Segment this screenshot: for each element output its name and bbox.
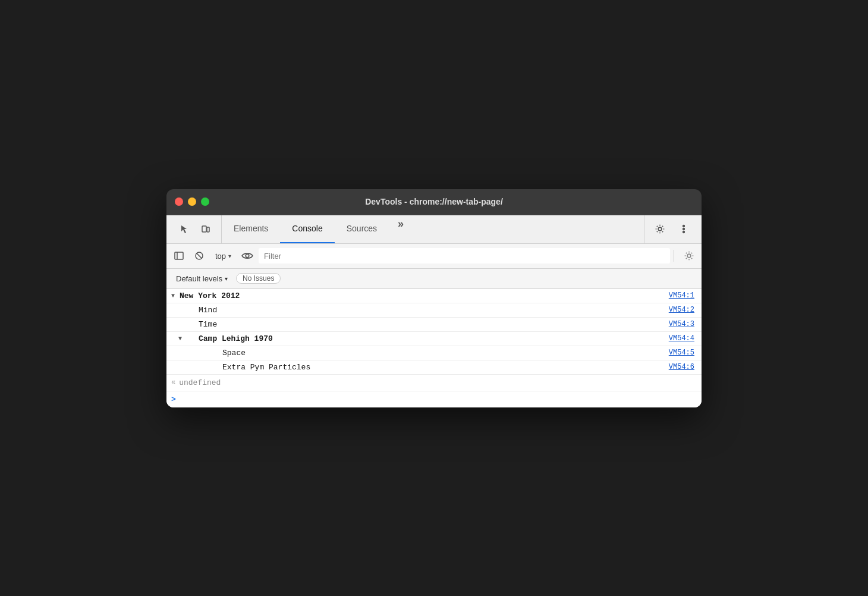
tab-bar-icons xyxy=(169,215,222,243)
tab-bar: Elements Console Sources » xyxy=(166,215,702,244)
console-settings-icon[interactable] xyxy=(680,247,698,264)
gear-small-svg xyxy=(684,250,694,261)
console-toolbar: top ▾ xyxy=(166,244,702,269)
source-link[interactable]: VM54:2 xyxy=(669,306,702,314)
block-icon xyxy=(194,251,204,261)
sidebar-icon xyxy=(174,251,184,261)
table-row: ▶ Mind VM54:2 xyxy=(166,303,702,318)
entry-text: Camp Lehigh 1970 xyxy=(187,334,664,343)
svg-line-9 xyxy=(197,253,202,259)
entry-text: Extra Pym Particles xyxy=(199,363,664,372)
gear-svg xyxy=(655,224,665,234)
svg-point-10 xyxy=(246,254,249,258)
table-row: ▶ Space VM54:5 xyxy=(166,346,702,360)
source-link[interactable]: VM54:4 xyxy=(669,334,702,343)
table-row: ▶ Extra Pym Particles VM54:6 xyxy=(166,360,702,375)
settings-icon[interactable] xyxy=(649,218,671,240)
tab-console[interactable]: Console xyxy=(280,215,334,243)
source-link[interactable]: VM54:6 xyxy=(669,363,702,371)
svg-rect-6 xyxy=(175,252,183,259)
undefined-value: undefined xyxy=(179,378,221,387)
live-expression-button[interactable] xyxy=(238,247,256,264)
entry-text: Mind xyxy=(187,306,664,315)
svg-point-3 xyxy=(683,225,685,227)
svg-point-4 xyxy=(683,228,685,230)
expand-icon[interactable]: ▼ xyxy=(178,335,187,342)
title-bar: DevTools - chrome://new-tab-page/ xyxy=(166,189,702,215)
device-toolbar-icon[interactable] xyxy=(195,218,216,240)
table-row: ▼ New York 2012 VM54:1 xyxy=(166,289,702,303)
traffic-lights xyxy=(175,197,209,206)
more-tabs-button[interactable]: » xyxy=(389,215,413,234)
inspect-icon[interactable] xyxy=(174,218,195,240)
table-row: ▶ Time VM54:3 xyxy=(166,318,702,332)
levels-label: Default levels xyxy=(176,274,222,283)
minimize-button[interactable] xyxy=(188,197,196,206)
close-button[interactable] xyxy=(175,197,183,206)
context-selector[interactable]: top ▾ xyxy=(210,250,236,262)
expand-icon[interactable]: ▼ xyxy=(171,293,180,299)
filter-input[interactable] xyxy=(259,248,670,264)
maximize-button[interactable] xyxy=(201,197,209,206)
device-svg xyxy=(201,224,210,234)
tab-elements[interactable]: Elements xyxy=(222,215,280,243)
toolbar-divider xyxy=(674,250,674,262)
svg-point-5 xyxy=(683,231,685,233)
console-output: ▼ New York 2012 VM54:1 ▶ Mind VM54:2 ▶ T… xyxy=(166,289,702,407)
entry-main: ▶ Extra Pym Particles xyxy=(166,363,669,372)
devtools-window: DevTools - chrome://new-tab-page/ xyxy=(166,189,702,407)
sidebar-toggle-button[interactable] xyxy=(170,247,188,264)
window-title: DevTools - chrome://new-tab-page/ xyxy=(365,197,503,206)
source-link[interactable]: VM54:1 xyxy=(669,291,702,300)
context-label: top xyxy=(215,252,226,261)
prompt-symbol: > xyxy=(171,395,176,404)
levels-row: Default levels ▾ No Issues xyxy=(166,269,702,289)
three-dots-svg xyxy=(683,224,685,234)
entry-text: New York 2012 xyxy=(180,291,664,300)
no-issues-button[interactable]: No Issues xyxy=(236,273,281,284)
tab-list: Elements Console Sources » xyxy=(222,215,644,243)
entry-main: ▼ New York 2012 xyxy=(166,291,669,300)
entry-main: ▶ Mind xyxy=(166,306,669,315)
table-row: ▼ Camp Lehigh 1970 VM54:4 xyxy=(166,332,702,346)
tab-sources[interactable]: Sources xyxy=(335,215,389,243)
tab-bar-right xyxy=(644,215,699,243)
entry-main: ▼ Camp Lehigh 1970 xyxy=(166,334,669,343)
more-options-icon[interactable] xyxy=(673,218,694,240)
undefined-entry: « undefined xyxy=(166,375,702,391)
cursor-svg xyxy=(180,224,189,234)
source-link[interactable]: VM54:3 xyxy=(669,320,702,328)
svg-point-11 xyxy=(687,254,691,258)
svg-rect-1 xyxy=(207,227,209,232)
entry-text: Time xyxy=(187,320,664,329)
entry-main: ▶ Time xyxy=(166,320,669,329)
svg-point-2 xyxy=(658,227,662,231)
levels-arrow-icon: ▾ xyxy=(225,275,228,282)
clear-console-button[interactable] xyxy=(190,247,208,264)
entry-main: ▶ Space xyxy=(166,349,669,357)
return-arrow-icon: « xyxy=(171,378,175,387)
dropdown-arrow-icon: ▾ xyxy=(228,253,231,259)
console-prompt[interactable]: > xyxy=(166,391,702,407)
source-link[interactable]: VM54:5 xyxy=(669,349,702,357)
svg-rect-0 xyxy=(202,226,206,232)
entry-text: Space xyxy=(199,349,664,357)
devtools-body: Elements Console Sources » xyxy=(166,215,702,407)
eye-icon xyxy=(241,252,253,260)
default-levels-button[interactable]: Default levels ▾ xyxy=(174,273,230,284)
